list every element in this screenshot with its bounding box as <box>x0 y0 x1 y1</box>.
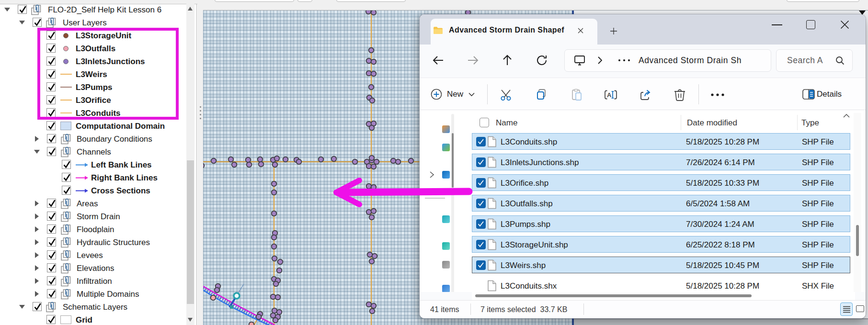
svg-text:A: A <box>607 91 612 99</box>
